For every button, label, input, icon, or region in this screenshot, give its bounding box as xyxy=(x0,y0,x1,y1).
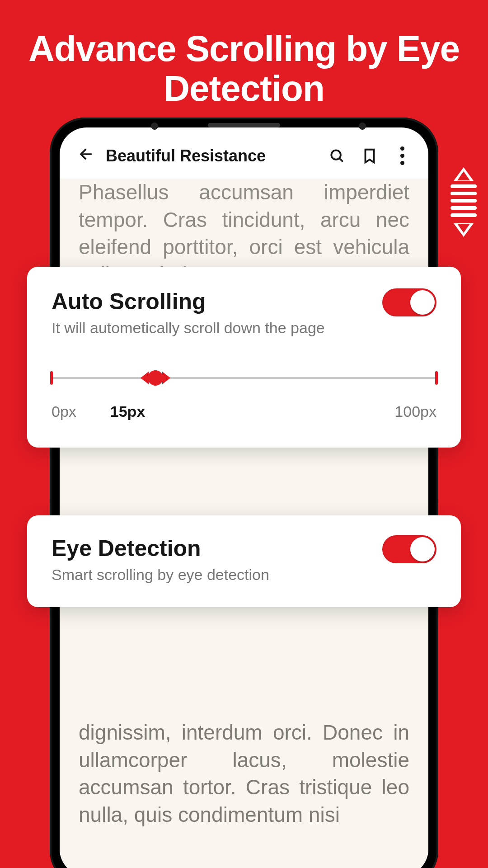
marketing-headline: Advance Scrolling by Eye Detection xyxy=(0,0,488,119)
slider-value-label: 15px xyxy=(110,403,145,420)
more-icon[interactable] xyxy=(392,146,412,165)
slider-knob[interactable] xyxy=(141,370,170,386)
auto-scrolling-card: Auto Scrolling It will autometically scr… xyxy=(27,267,461,448)
eye-detection-subtitle: Smart scrolling by eye detection xyxy=(52,566,269,584)
svg-point-0 xyxy=(331,150,341,160)
auto-scrolling-title: Auto Scrolling xyxy=(52,288,325,315)
document-title: Beautiful Resistance xyxy=(106,146,266,165)
reader-text: dignissim, interdum orci. Donec in ullam… xyxy=(79,719,409,829)
eye-detection-card: Eye Detection Smart scrolling by eye det… xyxy=(27,515,461,607)
bookmark-icon[interactable] xyxy=(360,147,380,165)
slider-labels: 0px 15px 100px xyxy=(52,403,436,420)
search-icon[interactable] xyxy=(327,147,347,165)
scroll-indicator-icon xyxy=(450,167,477,237)
eye-detection-title: Eye Detection xyxy=(52,535,269,561)
auto-scrolling-subtitle: It will autometically scroll down the pa… xyxy=(52,319,325,337)
scroll-speed-slider[interactable] xyxy=(52,371,436,385)
app-bar: Beautiful Resistance xyxy=(60,127,428,179)
slider-max-label: 100px xyxy=(394,403,436,420)
eye-detection-toggle[interactable] xyxy=(382,535,436,563)
device-frame: Beautiful Resistance Phasellus accumsan … xyxy=(50,118,438,868)
app-screen: Beautiful Resistance Phasellus accumsan … xyxy=(60,127,428,868)
slider-min-label: 0px xyxy=(52,403,76,420)
auto-scrolling-toggle[interactable] xyxy=(382,288,436,316)
back-icon[interactable] xyxy=(76,146,93,166)
